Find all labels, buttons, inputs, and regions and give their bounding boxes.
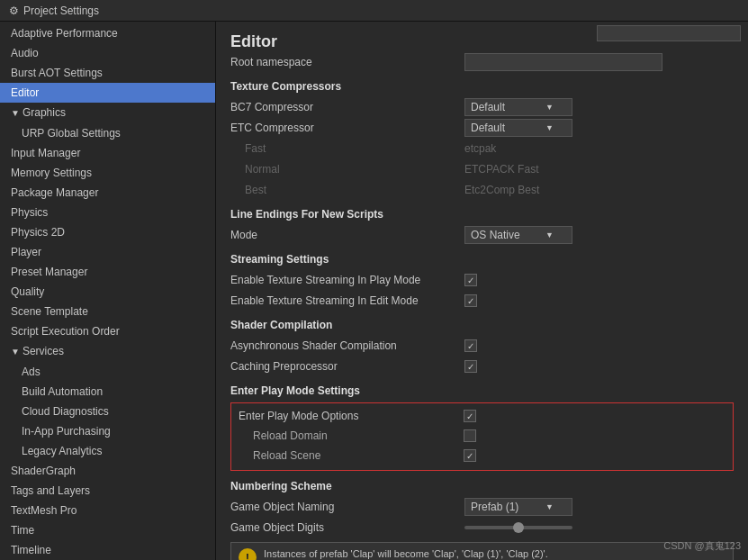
sidebar-item-label: Build Automation [22,385,103,398]
sidebar-item-editor[interactable]: Editor [0,83,215,103]
caching-checkbox[interactable] [464,360,477,373]
sidebar-item-label: Time [11,524,34,537]
line-endings-header: Line Endings For New Scripts [230,208,734,221]
content-area: Editor Root namespace Texture Compressor… [216,22,748,560]
caching-label: Caching Preprocessor [230,360,464,373]
sidebar-item-label: Services [23,345,64,357]
sidebar-item-quality[interactable]: Quality [0,282,215,302]
async-shader-checkbox[interactable] [464,339,477,352]
reload-domain-checkbox[interactable] [464,429,476,442]
shader-compilation-header: Shader Compilation [230,319,734,331]
sidebar-item-scene-template[interactable]: Scene Template [0,302,215,321]
sidebar-item-player[interactable]: Player [0,242,215,262]
sidebar-item-textmesh-pro[interactable]: TextMesh Pro [0,501,215,520]
sidebar-item-label: URP Global Settings [22,127,121,140]
title-bar: ⚙ Project Settings [0,0,748,22]
sidebar-item-label: Adaptive Performance [11,27,118,40]
sidebar-item-timeline[interactable]: Timeline [0,540,215,560]
sidebar-item-label: Physics [11,206,48,219]
normal-value: ETCPACK Fast [464,163,538,176]
sidebar-item-label: Preset Manager [11,266,87,278]
bc7-dropdown[interactable]: Default ▼ [464,98,572,116]
caching-row: Caching Preprocessor [230,357,734,375]
sidebar-item-label: Audio [11,47,39,59]
async-shader-label: Asynchronous Shader Compilation [230,339,464,352]
sidebar-item-label: Graphics [23,106,66,119]
sidebar-item-label: Physics 2D [11,226,65,239]
bc7-label: BC7 Compressor [230,101,464,113]
digits-slider-track[interactable] [464,526,572,529]
sidebar-item-physics[interactable]: Physics [0,203,215,222]
sidebar-item-graphics[interactable]: ▼ Graphics [0,103,215,123]
digits-slider-thumb[interactable] [513,522,524,533]
sidebar-item-burst-aot-settings[interactable]: Burst AOT Settings [0,63,215,83]
search-area [597,25,741,41]
sidebar-item-label: Editor [11,86,39,99]
game-object-naming-label: Game Object Naming [230,501,464,513]
watermark: CSDN @真鬼123 [663,539,741,553]
reload-domain-label: Reload Domain [239,429,464,442]
edit-mode-streaming-row: Enable Texture Streaming In Edit Mode [230,292,734,310]
enter-options-checkbox[interactable] [464,410,476,422]
play-mode-highlighted-section: Enter Play Mode Options Reload Domain Re… [230,402,734,471]
etc-label: ETC Compressor [230,122,464,134]
sidebar-item-memory-settings[interactable]: Memory Settings [0,163,215,183]
fast-row: Fast etcpak [230,140,734,158]
normal-label: Normal [230,163,464,176]
play-mode-streaming-checkbox[interactable] [464,274,477,286]
sidebar-item-in-app-purchasing[interactable]: In-App Purchasing [0,421,215,441]
texture-compressors-header: Texture Compressors [230,80,734,93]
sidebar-item-ads[interactable]: Ads [0,362,215,382]
normal-row: Normal ETCPACK Fast [230,160,734,178]
bc7-row: BC7 Compressor Default ▼ [230,98,734,116]
reload-scene-row: Reload Scene [239,447,725,465]
sidebar-item-services[interactable]: ▼ Services [0,341,215,362]
chevron-down-icon-4: ▼ [545,502,554,511]
sidebar-item-urp-global-settings[interactable]: URP Global Settings [0,123,215,143]
edit-mode-streaming-label: Enable Texture Streaming In Edit Mode [230,294,464,307]
sidebar-item-input-manager[interactable]: Input Manager [0,143,215,163]
sidebar-item-label: Scene Template [11,305,88,318]
async-shader-row: Asynchronous Shader Compilation [230,337,734,355]
mode-dropdown[interactable]: OS Native ▼ [464,226,572,244]
arrow-icon: ▼ [11,344,20,360]
play-mode-streaming-row: Enable Texture Streaming In Play Mode [230,271,734,289]
sidebar: Adaptive PerformanceAudioBurst AOT Setti… [0,22,216,560]
sidebar-item-build-automation[interactable]: Build Automation [0,382,215,402]
play-mode-streaming-label: Enable Texture Streaming In Play Mode [230,274,464,286]
sidebar-item-label: Quality [11,285,44,298]
sidebar-item-label: Package Manager [11,186,98,199]
sidebar-item-legacy-analytics[interactable]: Legacy Analytics [0,441,215,461]
sidebar-item-label: Ads [22,366,41,378]
etc-dropdown[interactable]: Default ▼ [464,119,572,137]
sidebar-item-label: In-App Purchasing [22,425,111,438]
sidebar-item-label: Input Manager [11,147,80,159]
sidebar-item-label: TextMesh Pro [11,504,77,517]
sidebar-item-tags-and-layers[interactable]: Tags and Layers [0,481,215,501]
mode-row: Mode OS Native ▼ [230,226,734,244]
sidebar-item-time[interactable]: Time [0,520,215,540]
best-row: Best Etc2Comp Best [230,181,734,199]
sidebar-item-cloud-diagnostics[interactable]: Cloud Diagnostics [0,402,215,421]
sidebar-item-shadergraph[interactable]: ShaderGraph [0,461,215,481]
reload-domain-row: Reload Domain [239,427,725,445]
reload-scene-checkbox[interactable] [464,449,476,462]
game-object-naming-dropdown[interactable]: Prefab (1) ▼ [464,498,572,516]
sidebar-item-adaptive-performance[interactable]: Adaptive Performance [0,23,215,43]
sidebar-item-script-execution-order[interactable]: Script Execution Order [0,321,215,341]
root-namespace-label: Root namespace [230,56,464,68]
sidebar-item-label: Burst AOT Settings [11,67,103,79]
sidebar-item-physics-2d[interactable]: Physics 2D [0,222,215,242]
etc-row: ETC Compressor Default ▼ [230,119,734,137]
sidebar-item-label: Cloud Diagnostics [22,405,109,418]
digits-slider-container [464,526,572,529]
root-namespace-input[interactable] [464,53,662,71]
enter-options-label: Enter Play Mode Options [239,410,464,422]
edit-mode-streaming-checkbox[interactable] [464,294,477,307]
search-input[interactable] [597,25,741,41]
sidebar-item-preset-manager[interactable]: Preset Manager [0,262,215,282]
sidebar-item-package-manager[interactable]: Package Manager [0,183,215,203]
play-mode-settings-header: Enter Play Mode Settings [230,384,734,397]
sidebar-item-label: Script Execution Order [11,325,120,338]
sidebar-item-audio[interactable]: Audio [0,43,215,63]
